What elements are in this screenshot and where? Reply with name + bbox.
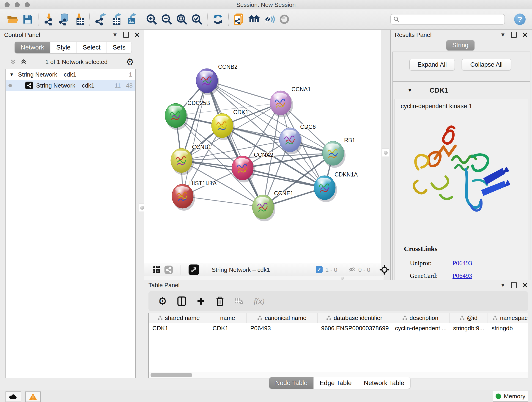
network-node-HIST1H1A[interactable]	[172, 184, 195, 211]
network-node-CCNA1[interactable]	[270, 91, 293, 117]
panel-minimize-icon[interactable]: ▼	[112, 32, 118, 38]
network-row[interactable]: String Network – cdk1 11 48	[6, 80, 135, 91]
tab-network-table[interactable]: Network Table	[358, 377, 410, 389]
panel-close-icon[interactable]: ✕	[522, 281, 528, 289]
table-row[interactable]: CDK1CDK1P064939606.ENSP00000378699cyclin…	[149, 323, 528, 333]
crosslink-link[interactable]: P06493	[452, 272, 472, 279]
export-table-button[interactable]	[108, 12, 123, 27]
network-collection-row[interactable]: ▼ String Network – cdk1 1	[6, 69, 135, 80]
add-column-icon[interactable]	[196, 297, 206, 306]
network-snapshot-button[interactable]	[231, 12, 247, 27]
network-node-CDC6[interactable]	[279, 128, 302, 154]
search-input[interactable]	[390, 14, 505, 25]
panel-minimize-icon[interactable]: ▼	[500, 282, 506, 288]
column-header-description[interactable]: description	[391, 313, 450, 323]
import-network-icon	[43, 13, 55, 26]
birdseye-button[interactable]	[247, 12, 262, 27]
network-edge[interactable]	[183, 81, 207, 196]
hidden-eye-icon[interactable]	[348, 266, 356, 273]
network-node-RB1[interactable]	[322, 141, 346, 168]
delete-column-trash-icon[interactable]	[215, 296, 224, 306]
panel-close-icon[interactable]: ✕	[522, 31, 528, 39]
crosslink-link[interactable]: P06493	[452, 259, 472, 267]
column-header-canonical-name[interactable]: canonical name	[247, 313, 317, 323]
table-cell[interactable]: 9606.ENSP00000378699	[317, 325, 391, 332]
table-cell[interactable]: P06493	[247, 325, 317, 332]
panel-float-icon[interactable]	[123, 32, 129, 38]
string-view-icon[interactable]	[164, 265, 173, 274]
import-database-button[interactable]	[56, 12, 71, 27]
column-header-namespace[interactable]: namespace	[488, 313, 528, 323]
grid-view-icon[interactable]	[152, 266, 161, 274]
warning-status-button[interactable]	[25, 391, 41, 402]
hscroll-thumb[interactable]	[151, 373, 192, 377]
network-canvas[interactable]: CCNB2CCNA1CDC25BCDK1CDC6RB1CCNB1CCNA2CDK…	[144, 30, 381, 263]
import-table-button[interactable]	[71, 12, 87, 27]
panel-close-icon[interactable]: ✕	[134, 31, 140, 39]
network-node-CDKN1A[interactable]	[314, 176, 337, 202]
tab-network[interactable]: Network	[15, 42, 50, 53]
fit-selected-crosshair-icon[interactable]	[380, 265, 389, 275]
tab-string[interactable]: String	[446, 40, 475, 51]
network-node-CDC25B[interactable]	[165, 103, 188, 130]
column-header-database-identifier[interactable]: database identifier	[317, 313, 391, 323]
help-button[interactable]: ?	[514, 13, 526, 25]
save-button[interactable]	[20, 12, 35, 27]
column-header-name[interactable]: name	[209, 313, 247, 323]
section-collapse-icon[interactable]: ▼	[408, 88, 412, 93]
table-cell[interactable]: CDK1	[149, 325, 209, 332]
table-cell[interactable]: stringdb	[488, 325, 528, 332]
table-cell[interactable]: cyclin-dependent ...	[391, 325, 450, 332]
show-panel-button[interactable]	[277, 12, 292, 27]
open-file-button[interactable]	[5, 12, 20, 27]
refresh-button[interactable]	[210, 12, 225, 27]
selected-nodes-checkbox[interactable]: ✓	[316, 266, 323, 273]
column-header--id[interactable]: @id	[450, 313, 488, 323]
protein-section-header[interactable]: ▼ CDK1	[393, 82, 530, 99]
table-cell[interactable]: stringdb:9...	[450, 325, 488, 332]
right-splitter-handle[interactable]	[382, 148, 389, 157]
network-node-CDK1[interactable]	[211, 114, 234, 140]
tab-select[interactable]: Select	[76, 42, 107, 53]
network-edge[interactable]	[207, 81, 263, 207]
zoom-fit-button[interactable]	[174, 12, 189, 27]
panel-float-icon[interactable]	[511, 282, 517, 288]
horizontal-splitter[interactable]	[144, 276, 384, 280]
delete-table-icon[interactable]	[234, 297, 244, 305]
network-node-CCNE1[interactable]	[252, 195, 275, 221]
status-bar: Memory	[0, 390, 532, 402]
panel-float-icon[interactable]	[511, 32, 517, 38]
open-in-window-button[interactable]	[189, 264, 199, 275]
network-options-gear-icon[interactable]: ⚙	[126, 57, 134, 66]
export-image-icon	[124, 13, 137, 26]
sort-tree-icon	[493, 315, 498, 320]
cloud-status-button[interactable]	[6, 391, 21, 402]
tab-style[interactable]: Style	[50, 42, 76, 53]
zoom-out-button[interactable]	[159, 12, 174, 27]
tab-sets[interactable]: Sets	[107, 42, 132, 53]
import-network-button[interactable]	[41, 12, 56, 27]
node-label: CCNE1	[274, 190, 293, 196]
memory-status-dot	[496, 394, 501, 399]
collapse-all-networks-icon[interactable]	[10, 59, 17, 65]
collapse-all-button[interactable]: Collapse All	[462, 59, 511, 70]
zoom-in-button[interactable]	[144, 12, 159, 27]
network-node-CCNB2[interactable]	[196, 69, 219, 95]
expand-all-button[interactable]: Expand All	[409, 59, 455, 70]
expand-all-networks-icon[interactable]	[20, 59, 27, 65]
tab-node-table[interactable]: Node Table	[269, 377, 313, 389]
panel-minimize-icon[interactable]: ▼	[500, 32, 506, 38]
table-cell[interactable]: CDK1	[209, 325, 247, 332]
column-header-shared-name[interactable]: shared name	[149, 313, 209, 323]
tab-edge-table[interactable]: Edge Table	[313, 377, 358, 389]
zoom-selected-button[interactable]	[189, 12, 204, 27]
function-builder-icon[interactable]: f(x)	[254, 297, 264, 306]
export-image-button[interactable]	[123, 12, 138, 27]
show-columns-icon[interactable]	[177, 296, 186, 306]
memory-button[interactable]: Memory	[493, 391, 528, 402]
hide-panels-button[interactable]	[262, 12, 277, 27]
table-settings-gear-icon[interactable]: ⚙	[158, 296, 167, 306]
export-network-button[interactable]	[93, 12, 108, 27]
tree-expand-icon[interactable]: ▼	[9, 72, 14, 77]
node-count: 11	[109, 82, 121, 89]
